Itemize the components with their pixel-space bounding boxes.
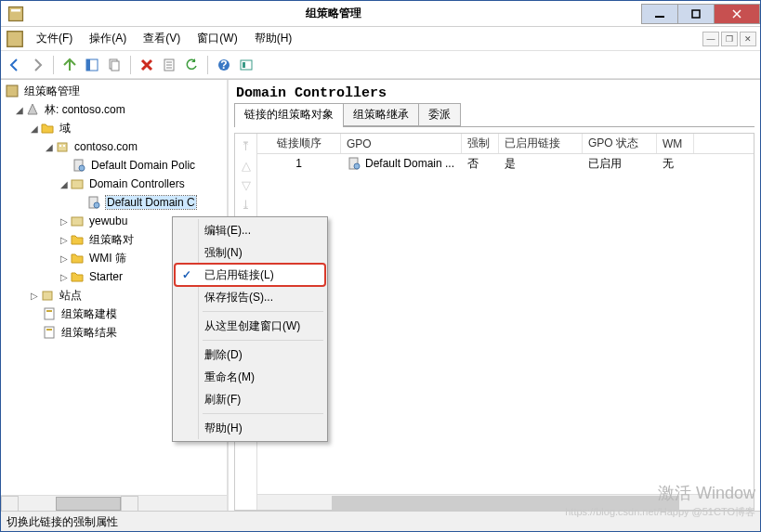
menubar: 文件(F) 操作(A) 查看(V) 窗口(W) 帮助(H) — ❐ ✕ [1, 27, 760, 51]
options-button[interactable] [236, 55, 256, 75]
svg-rect-15 [58, 143, 67, 151]
collapse-icon[interactable]: ◢ [44, 142, 55, 152]
svg-rect-0 [9, 6, 23, 20]
grid-header: 链接顺序 GPO 强制 已启用链接 GPO 状态 WM [257, 134, 754, 154]
mdi-close-button[interactable]: ✕ [740, 32, 756, 46]
gpo-link-icon [347, 156, 361, 171]
col-gpo[interactable]: GPO [341, 134, 462, 153]
tree-domain-controllers[interactable]: ◢ Domain Controllers [1, 175, 227, 193]
gpo-link-icon [72, 158, 86, 173]
expand-icon[interactable]: ▷ [59, 253, 70, 264]
forward-button[interactable] [27, 55, 47, 75]
col-gpo-status[interactable]: GPO 状态 [583, 134, 657, 153]
copy-button[interactable] [104, 55, 125, 75]
show-hide-tree-button[interactable] [82, 55, 102, 75]
ou-icon [70, 214, 85, 228]
cell-wmi: 无 [657, 154, 694, 174]
cell-gpo: Default Domain ... [341, 154, 462, 173]
svg-rect-27 [45, 327, 54, 338]
expand-icon[interactable]: ▷ [59, 235, 70, 245]
ctx-edit[interactable]: 编辑(E)... [175, 219, 325, 241]
ctx-delete[interactable]: 删除(D) [175, 344, 325, 366]
svg-rect-17 [63, 145, 65, 147]
tree-default-domain-policy[interactable]: Default Domain Polic [1, 156, 227, 175]
delete-button[interactable] [137, 55, 157, 75]
tab-linked-gpos[interactable]: 链接的组策略对象 [234, 103, 344, 127]
svg-rect-26 [46, 310, 52, 312]
tree-domains[interactable]: ◢ 域 [1, 119, 227, 137]
up-button[interactable] [59, 55, 80, 75]
expand-icon[interactable]: ▷ [59, 272, 70, 282]
results-icon [42, 325, 57, 340]
watermark-activate: 激活 Window [658, 482, 755, 504]
ctx-new-window[interactable]: 从这里创建窗口(W) [175, 315, 325, 337]
menu-view[interactable]: 查看(V) [136, 28, 188, 49]
sites-icon [40, 288, 55, 303]
svg-rect-20 [72, 180, 83, 188]
tree-h-scrollbar[interactable] [1, 495, 227, 511]
forest-icon [25, 102, 40, 117]
svg-text:?: ? [220, 58, 227, 71]
ctx-refresh[interactable]: 刷新(F) [175, 388, 325, 410]
properties-button[interactable] [159, 55, 179, 75]
folder-icon [70, 232, 85, 247]
help-button[interactable]: ? [214, 55, 234, 75]
ctx-enforce[interactable]: 强制(N) [175, 241, 325, 264]
menu-file[interactable]: 文件(F) [29, 28, 80, 49]
minimize-button[interactable] [641, 4, 678, 24]
move-top-icon[interactable]: ⤒ [241, 139, 251, 153]
table-row[interactable]: 1 Default Domain ... 否 是 已启用 无 [257, 154, 754, 173]
folder-icon [40, 121, 55, 136]
toolbar: ? [1, 51, 760, 79]
col-wmi-filter[interactable]: WM [657, 134, 694, 153]
mmc-icon [5, 84, 20, 98]
cell-enabled: 是 [499, 154, 583, 174]
move-down-icon[interactable]: ▽ [242, 178, 251, 192]
tree-domain[interactable]: ◢ contoso.com [1, 137, 227, 156]
menu-help[interactable]: 帮助(H) [247, 28, 300, 49]
svg-rect-13 [243, 62, 245, 68]
close-button[interactable] [714, 4, 760, 24]
tree-root[interactable]: 组策略管理 [1, 82, 227, 100]
ctx-link-enabled[interactable]: 已启用链接(L) [175, 264, 325, 286]
mdi-restore-button[interactable]: ❐ [721, 32, 738, 46]
ctx-save-report[interactable]: 保存报告(S)... [175, 286, 325, 308]
svg-point-30 [354, 163, 360, 169]
col-link-order[interactable]: 链接顺序 [257, 134, 341, 153]
col-link-enabled[interactable]: 已启用链接 [499, 134, 583, 153]
collapse-icon[interactable]: ◢ [59, 179, 70, 189]
svg-rect-12 [241, 60, 252, 70]
svg-rect-25 [45, 308, 54, 319]
modeling-icon [42, 306, 57, 321]
folder-icon [70, 251, 85, 266]
refresh-button[interactable] [181, 55, 202, 75]
domain-icon [55, 139, 70, 154]
move-up-icon[interactable]: △ [242, 159, 251, 173]
svg-rect-8 [112, 61, 119, 71]
menu-window[interactable]: 窗口(W) [190, 28, 244, 49]
expand-icon[interactable]: ▷ [59, 216, 70, 227]
tree-forest[interactable]: ◢ 林: contoso.com [1, 100, 227, 119]
tree-dc-default-gpo[interactable]: Default Domain C [1, 193, 227, 212]
back-button[interactable] [5, 55, 25, 75]
svg-rect-28 [46, 329, 52, 331]
expand-icon[interactable]: ▷ [29, 291, 40, 301]
svg-rect-2 [655, 16, 664, 18]
maximize-button[interactable] [677, 4, 715, 24]
collapse-icon[interactable]: ◢ [14, 105, 25, 115]
col-enforced[interactable]: 强制 [462, 134, 499, 153]
ctx-help[interactable]: 帮助(H) [175, 417, 325, 439]
move-bottom-icon[interactable]: ⤓ [241, 198, 251, 212]
folder-icon [70, 269, 85, 284]
tab-delegation[interactable]: 委派 [418, 103, 461, 126]
cell-status: 已启用 [583, 154, 657, 174]
titlebar: 组策略管理 [1, 1, 760, 27]
menu-action[interactable]: 操作(A) [82, 28, 134, 49]
ctx-rename[interactable]: 重命名(M) [175, 366, 325, 388]
mdi-minimize-button[interactable]: — [702, 32, 719, 46]
collapse-icon[interactable]: ◢ [29, 123, 40, 134]
svg-point-19 [79, 165, 85, 171]
system-menu-icon[interactable] [5, 29, 25, 49]
svg-rect-1 [11, 9, 20, 12]
tab-inheritance[interactable]: 组策略继承 [343, 103, 419, 126]
